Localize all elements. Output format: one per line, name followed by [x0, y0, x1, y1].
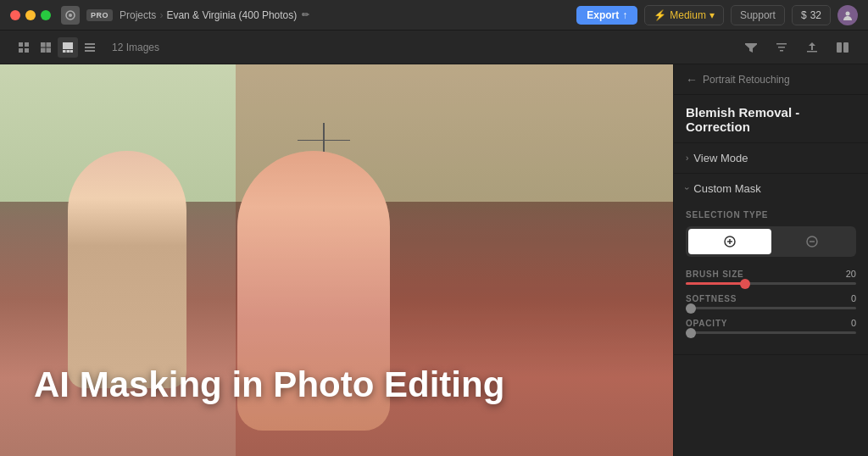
svg-rect-15 — [85, 43, 95, 45]
selection-type-subtract-button[interactable] — [771, 229, 854, 254]
svg-rect-13 — [67, 50, 70, 53]
view-mode-chevron-icon: › — [686, 153, 688, 163]
softness-row: SOFTNESS 0 — [686, 293, 856, 309]
svg-rect-17 — [85, 50, 95, 52]
titlebar: PRO Projects › Evan & Virginia (400 Phot… — [0, 0, 868, 31]
brush-size-label: BRUSH SIZE — [686, 270, 744, 279]
toolbar: 12 Images — [0, 31, 868, 64]
grid-small-button[interactable] — [14, 37, 34, 58]
svg-point-2 — [846, 11, 850, 15]
opacity-label: OPACITY — [686, 319, 727, 328]
selection-type-row — [686, 226, 856, 257]
traffic-lights — [10, 10, 51, 20]
brush-size-thumb[interactable] — [740, 279, 750, 289]
canvas-area[interactable]: AI Masking in Photo Editing — [0, 64, 673, 456]
filter-button[interactable] — [739, 36, 763, 59]
softness-value: 0 — [851, 293, 856, 303]
grid-large-button[interactable] — [58, 37, 78, 58]
view-mode-label: View Mode — [693, 152, 748, 164]
svg-rect-7 — [41, 42, 46, 47]
export-button[interactable]: Export ↑ — [576, 6, 637, 25]
dollar-icon: $ — [801, 9, 807, 21]
svg-rect-18 — [776, 43, 787, 45]
avatar[interactable] — [837, 5, 858, 25]
medium-button[interactable]: ⚡ Medium ▾ — [644, 5, 724, 25]
svg-rect-12 — [63, 50, 66, 53]
svg-rect-10 — [47, 47, 52, 53]
chevron-down-icon: ▾ — [709, 9, 715, 21]
svg-rect-9 — [41, 47, 46, 53]
support-button[interactable]: Support — [731, 5, 785, 25]
canvas-overlay-text: AI Masking in Photo Editing — [34, 364, 504, 405]
sort-button[interactable] — [770, 36, 793, 59]
svg-rect-20 — [780, 50, 783, 52]
svg-point-1 — [69, 14, 72, 17]
svg-rect-4 — [25, 42, 29, 47]
softness-track[interactable] — [686, 307, 856, 309]
svg-rect-3 — [19, 42, 23, 47]
titlebar-right: Export ↑ ⚡ Medium ▾ Support $ 32 — [576, 5, 858, 25]
panel-back-label: Portrait Retouching — [703, 74, 790, 86]
custom-mask-chevron-icon: › — [682, 187, 692, 190]
breadcrumb-sep: › — [159, 9, 163, 21]
opacity-value: 0 — [851, 318, 856, 328]
list-view-button[interactable] — [80, 37, 100, 58]
svg-rect-11 — [63, 42, 73, 49]
share-button[interactable] — [800, 36, 824, 59]
panel-back-row: ← Portrait Retouching — [674, 64, 868, 95]
brush-size-row: BRUSH SIZE 20 — [686, 269, 856, 285]
minimize-button[interactable] — [25, 10, 36, 20]
view-icons — [14, 37, 100, 58]
svg-rect-21 — [807, 51, 817, 53]
svg-rect-6 — [25, 48, 29, 53]
edit-icon[interactable]: ✏ — [302, 9, 309, 20]
panel-title: Blemish Removal - Correction — [674, 95, 868, 143]
selection-type-add-button[interactable] — [688, 229, 771, 254]
softness-thumb[interactable] — [686, 303, 696, 314]
breadcrumb: Projects › Evan & Virginia (400 Photos) … — [120, 9, 570, 21]
svg-rect-19 — [778, 47, 785, 48]
image-count: 12 Images — [112, 42, 159, 53]
toolbar-right — [739, 36, 854, 59]
split-view-button[interactable] — [831, 36, 854, 59]
pro-badge: PRO — [86, 9, 113, 21]
back-arrow-icon[interactable]: ← — [686, 73, 698, 86]
person-left — [68, 151, 186, 388]
custom-mask-header[interactable]: › Custom Mask — [674, 174, 868, 203]
view-mode-header[interactable]: › View Mode — [674, 143, 868, 173]
credits-button[interactable]: $ 32 — [792, 5, 831, 25]
svg-rect-23 — [843, 42, 849, 53]
brush-size-track[interactable] — [686, 282, 856, 285]
selection-type-label: SELECTION TYPE — [686, 210, 856, 220]
brush-size-value: 20 — [846, 269, 856, 279]
fullscreen-button[interactable] — [41, 10, 51, 20]
svg-rect-5 — [19, 48, 23, 53]
breadcrumb-project: Evan & Virginia (400 Photos) — [166, 9, 297, 21]
lightning-icon: ⚡ — [654, 9, 666, 21]
svg-rect-14 — [70, 50, 74, 53]
softness-label: SOFTNESS — [686, 294, 737, 303]
svg-rect-22 — [837, 42, 842, 53]
custom-mask-label: Custom Mask — [693, 182, 760, 195]
app-icon — [61, 6, 80, 25]
photo-container: AI Masking in Photo Editing — [0, 64, 673, 456]
svg-rect-16 — [85, 47, 95, 48]
custom-mask-body: SELECTION TYPE — [674, 203, 868, 354]
opacity-track[interactable] — [686, 331, 856, 334]
breadcrumb-projects: Projects — [120, 9, 156, 21]
opacity-row: OPACITY 0 — [686, 318, 856, 334]
export-arrow-icon: ↑ — [622, 9, 627, 21]
close-button[interactable] — [10, 10, 20, 20]
right-panel: ← Portrait Retouching Blemish Removal - … — [673, 64, 868, 456]
svg-rect-8 — [47, 42, 52, 47]
grid-medium-button[interactable] — [36, 37, 56, 58]
brush-size-fill — [686, 282, 745, 285]
opacity-thumb[interactable] — [686, 328, 696, 338]
view-mode-section: › View Mode — [674, 143, 868, 174]
main-area: AI Masking in Photo Editing ← Portrait R… — [0, 64, 868, 456]
custom-mask-section: › Custom Mask SELECTION TYPE — [674, 174, 868, 355]
